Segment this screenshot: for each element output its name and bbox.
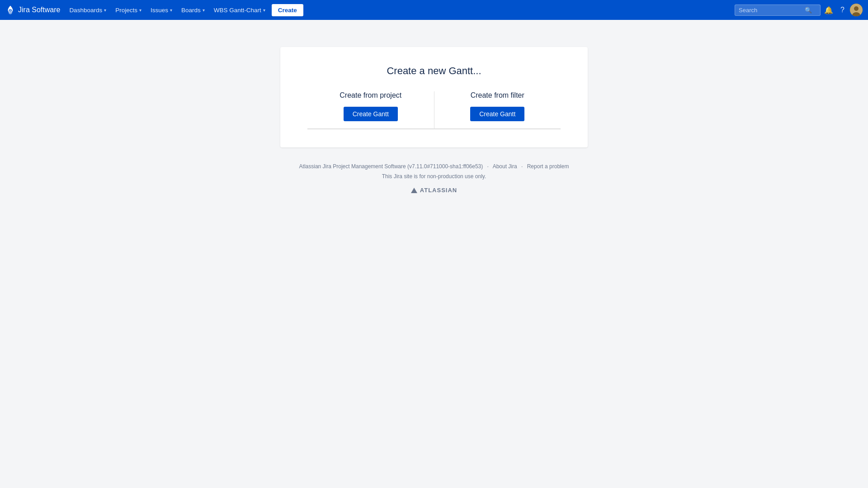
nav-boards[interactable]: Boards ▾ [177, 0, 209, 20]
create-gantt-card: Create a new Gantt... Create from projec… [280, 47, 588, 147]
footer-version: Atlassian Jira Project Management Softwa… [299, 162, 569, 172]
projects-chevron-icon: ▾ [139, 8, 142, 13]
nav-projects[interactable]: Projects ▾ [111, 0, 146, 20]
create-from-project-title: Create from project [340, 91, 401, 99]
search-input[interactable] [739, 7, 802, 14]
atlassian-label: ATLASSIAN [420, 185, 457, 195]
wbs-chevron-icon: ▾ [263, 8, 265, 13]
options-wrapper: Create from project Create Gantt Create … [307, 91, 561, 129]
issues-chevron-icon: ▾ [170, 8, 172, 13]
dashboards-chevron-icon: ▾ [104, 8, 106, 13]
report-problem-link[interactable]: Report a problem [527, 163, 569, 170]
logo-text: Jira Software [18, 6, 60, 14]
help-button[interactable]: ? [837, 0, 848, 20]
atlassian-logo: ATLASSIAN [299, 185, 569, 195]
search-box[interactable]: 🔍 [735, 5, 821, 16]
footer: Atlassian Jira Project Management Softwa… [299, 162, 569, 196]
notifications-button[interactable]: 🔔 [821, 0, 837, 20]
user-avatar[interactable] [850, 4, 863, 16]
create-from-filter-section: Create from filter Create Gantt [434, 91, 561, 129]
card-title: Create a new Gantt... [307, 65, 561, 77]
create-from-project-section: Create from project Create Gantt [307, 91, 434, 129]
create-from-filter-title: Create from filter [471, 91, 524, 99]
logo[interactable]: Jira Software [5, 5, 60, 15]
bell-icon: 🔔 [824, 6, 833, 14]
create-gantt-from-project-button[interactable]: Create Gantt [344, 107, 398, 121]
svg-point-1 [854, 6, 859, 11]
search-icon: 🔍 [805, 7, 812, 14]
nav-issues[interactable]: Issues ▾ [146, 0, 177, 20]
atlassian-triangle-icon [411, 188, 417, 193]
main-content: Create a new Gantt... Create from projec… [0, 20, 868, 214]
help-icon: ? [840, 6, 844, 14]
navbar: Jira Software Dashboards ▾ Projects ▾ Is… [0, 0, 868, 20]
nav-wbs[interactable]: WBS Gantt-Chart ▾ [209, 0, 270, 20]
boards-chevron-icon: ▾ [203, 8, 205, 13]
create-gantt-from-filter-button[interactable]: Create Gantt [470, 107, 524, 121]
create-button[interactable]: Create [272, 4, 303, 16]
about-jira-link[interactable]: About Jira [493, 163, 517, 170]
footer-notice: This Jira site is for non-production use… [299, 172, 569, 182]
nav-dashboards[interactable]: Dashboards ▾ [65, 0, 111, 20]
